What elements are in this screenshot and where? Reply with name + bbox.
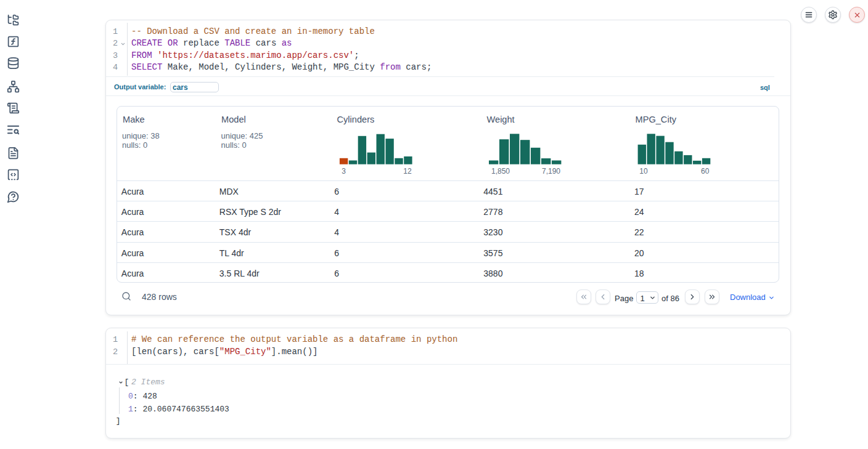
svg-text:1,850: 1,850 bbox=[491, 167, 510, 176]
svg-text:3: 3 bbox=[342, 167, 346, 176]
svg-text:12: 12 bbox=[403, 167, 412, 176]
svg-text:60: 60 bbox=[701, 167, 710, 176]
svg-text:10: 10 bbox=[639, 167, 648, 176]
svg-text:7,190: 7,190 bbox=[542, 167, 560, 176]
